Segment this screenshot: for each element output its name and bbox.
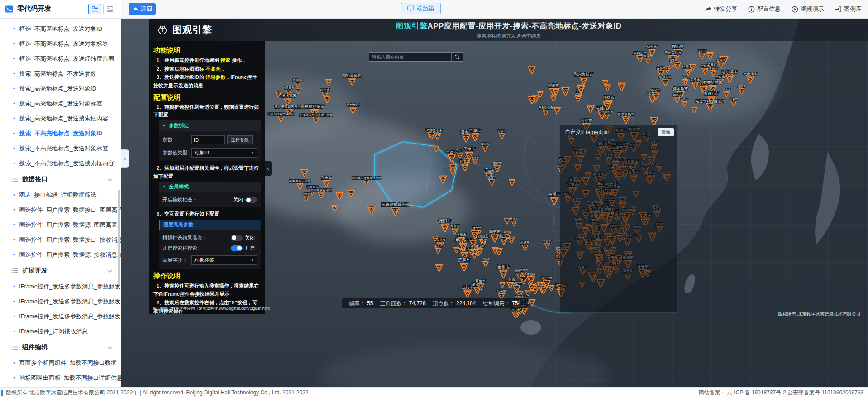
- sidebar-item[interactable]: •图表_接口编辑_详细数据筛选: [0, 187, 121, 202]
- marker-label: 百色市: [476, 279, 486, 283]
- param-row: 参数 选择参数: [162, 135, 257, 144]
- sidebar-item[interactable]: •圈选控件_用户搜索_数据接口_接收消息...: [0, 232, 121, 247]
- marker-label: 德阳市: [439, 219, 451, 223]
- marker-label: 临沧市: [479, 234, 488, 237]
- sidebar-item[interactable]: •iFrame控件_发送多参数消息_参数触发高...: [0, 279, 121, 294]
- feature-section-title: 功能说明: [153, 46, 261, 55]
- sidebar-collapse-handle[interactable]: ‹: [121, 149, 129, 168]
- layer-highlight-header[interactable]: 图层高亮参数: [159, 220, 261, 230]
- render-button-label: 端渲染: [417, 5, 434, 13]
- gallery-view-button[interactable]: [103, 4, 116, 14]
- param-type-select[interactable]: 对象ID ▼: [191, 148, 257, 158]
- chevron-down-icon: [107, 176, 112, 183]
- marker-label: 哈尔滨市: [722, 70, 738, 74]
- sidebar-item[interactable]: •框选_不高亮地标点_发送对象ID: [0, 21, 121, 36]
- hainan-island: [520, 320, 541, 335]
- marker-label: 海西蒙古族藏族自治州: [352, 176, 381, 180]
- sidebar-item-active[interactable]: •搜索_不高亮地标点_发送对象ID: [0, 126, 121, 141]
- sidebar-item[interactable]: •圈选控件_用户搜索_数据接口_图层高亮: [0, 202, 121, 217]
- choose-param-button[interactable]: 选择参数: [227, 135, 253, 144]
- receive-boxselect-toggle[interactable]: [245, 197, 257, 203]
- engine-attribution: 基于图观™数字孪生应用开发引擎构建 www.digihail.com/tugua…: [153, 306, 270, 312]
- panel-collapse-handle[interactable]: ‹: [265, 161, 272, 176]
- footer-accent-bar: [1, 390, 3, 396]
- marker-label: 营口市: [715, 75, 725, 79]
- marker-label: 张掖市: [471, 156, 479, 159]
- clear-button[interactable]: 清除: [658, 128, 674, 136]
- param-input[interactable]: [191, 135, 225, 144]
- sidebar-item[interactable]: •框选_不高亮地标点_发送经纬度范围: [0, 51, 121, 66]
- title-rest: APP应用配置-应用开发-搜索-不高亮地标点-发送对象ID: [427, 22, 621, 30]
- marker-label: 齐齐哈尔市: [703, 80, 722, 85]
- share-link[interactable]: 转发分享: [705, 5, 737, 13]
- sidebar-item[interactable]: •iFrame控件_发送多参数消息_参数触发加...: [0, 309, 121, 324]
- sidebar-item[interactable]: •搜索_高亮地标点_发送对象ID: [0, 81, 121, 96]
- marker-label: 安康市: [498, 129, 506, 133]
- chevron-left-icon: ‹: [124, 155, 126, 162]
- bullet-icon: •: [13, 328, 15, 334]
- sidebar-item[interactable]: •iFrame控件_订阅接收消息: [0, 324, 121, 339]
- app-window: 返回 端渲染 转发分享 配置信息: [0, 0, 868, 398]
- sidebar-item[interactable]: •圈选控件_用户搜索_数据源_图层高亮: [0, 217, 121, 232]
- list-view-button[interactable]: [88, 4, 101, 14]
- sidebar-scrollbar[interactable]: [118, 190, 120, 285]
- case-library-link[interactable]: 案例库: [835, 5, 862, 13]
- sidebar-header: 零代码开发: [0, 0, 121, 18]
- marker-label: 铁岭市: [651, 88, 661, 92]
- highlight-by-boxselect-toggle[interactable]: [231, 235, 243, 241]
- marker-label: 呼和浩特市: [539, 106, 553, 110]
- title-highlight: 图观引擎: [396, 22, 427, 30]
- sidebar-item[interactable]: •搜索_不高亮地标点_发送搜索框内容: [0, 156, 121, 171]
- terminal-icon: [5, 5, 14, 14]
- collapse-triangle-icon: ▲: [162, 184, 166, 188]
- enter-icon: [835, 6, 842, 13]
- marker-label: 雅安市: [510, 217, 518, 221]
- sidebar-item[interactable]: •搜索_不高亮地标点_发送对象标签: [0, 141, 121, 156]
- play-icon: [792, 6, 798, 13]
- page-subtitle: 搜索地标图层并发送选中结果: [396, 33, 621, 39]
- video-demo-link[interactable]: 视频演示: [792, 5, 824, 13]
- marker-label: 普洱市: [458, 258, 470, 262]
- sidebar-item[interactable]: •iFrame控件_发送多参数消息_参数触发筛...: [0, 294, 121, 309]
- back-arrow-icon: [132, 6, 138, 12]
- marker-label: 佳木斯市: [673, 86, 688, 91]
- map-search-box: [369, 52, 463, 62]
- back-button[interactable]: 返回: [129, 3, 156, 15]
- bullet-icon: •: [13, 283, 15, 289]
- sidebar-section-header[interactable]: 组件编辑: [0, 339, 121, 355]
- marker-label: 遵义市: [450, 224, 460, 228]
- sidebar-section-header[interactable]: 扩展开发: [0, 262, 121, 279]
- sidebar-item[interactable]: •圈选控件_用户搜索_数据源_接收消息加...: [0, 247, 121, 262]
- bullet-icon: •: [13, 237, 15, 243]
- searchbox-search-toggle[interactable]: [231, 245, 243, 251]
- sidebar-item[interactable]: •搜索_高亮地标点_发送对象标签: [0, 96, 121, 111]
- config-info-link[interactable]: 配置信息: [748, 5, 781, 13]
- sidebar-item[interactable]: •页面多个相同组件_加载不同接口数据: [0, 355, 121, 370]
- search-button[interactable]: [451, 53, 463, 61]
- sidebar-item[interactable]: •搜索_高亮地标点_不发送参数: [0, 66, 121, 81]
- sidebar-item[interactable]: •地标图弹出面板_加载不同接口详细信息: [0, 370, 121, 385]
- marker-label: 果洛藏族自治州: [289, 179, 310, 183]
- echo-field-select[interactable]: 对象标签 ▼: [191, 255, 257, 265]
- global-style-header[interactable]: ▲ 全局样式: [159, 182, 261, 192]
- marker-label: 四平市: [690, 78, 701, 82]
- marker-label: 克孜勒苏柯尔克孜自治州: [299, 113, 333, 117]
- marker-label: 哈密市: [320, 88, 330, 92]
- map-area: 哈尔滨市牡丹江市佳木斯市大庆市伊春市鹤岗市双鸭山市鸡西市七台河市长春市吉林市四平…: [121, 19, 868, 387]
- marker-label: 鹤岗市: [673, 93, 682, 97]
- render-mode-button[interactable]: 端渲染: [401, 3, 441, 14]
- marker-label: 徐州市: [548, 192, 560, 197]
- sidebar-item[interactable]: •框选_不高亮地标点_发送对象标签: [0, 36, 121, 51]
- marker-label: 喀什地区: [347, 103, 360, 107]
- param-binding-header[interactable]: ▲ 参数绑定: [159, 120, 261, 131]
- sidebar-section-header[interactable]: 数据接口: [0, 171, 121, 187]
- marker-label: 呼和浩特市: [601, 110, 613, 114]
- marker-label: 山南市: [302, 192, 310, 195]
- map-header: 图观引擎 图观引擎APP应用配置-应用开发-搜索-不高亮地标点-发送对象ID 搜…: [149, 19, 868, 41]
- search-input[interactable]: [369, 54, 451, 59]
- marker-label: 丽江市: [475, 245, 485, 248]
- sidebar-item[interactable]: •搜索_高亮地标点_发送搜索框内容: [0, 111, 121, 126]
- bullet-icon: •: [13, 360, 15, 366]
- marker-label: 鞍山市: [672, 44, 684, 49]
- marker-label: 黄南藏族自治州: [310, 188, 332, 192]
